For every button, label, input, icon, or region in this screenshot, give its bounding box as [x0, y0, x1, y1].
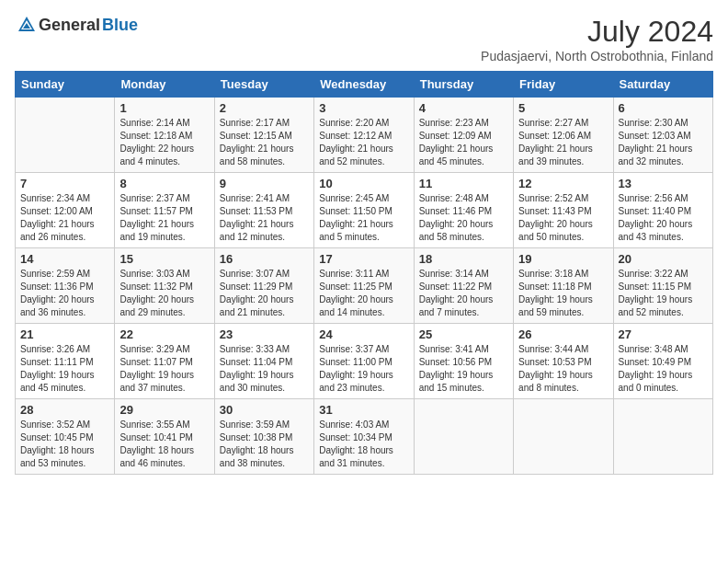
day-detail: Sunrise: 3:14 AM Sunset: 11:22 PM Daylig…	[419, 268, 508, 319]
day-detail: Sunrise: 4:03 AM Sunset: 10:34 PM Daylig…	[319, 419, 408, 470]
calendar-cell: 14Sunrise: 2:59 AM Sunset: 11:36 PM Dayl…	[16, 248, 115, 324]
calendar-cell: 13Sunrise: 2:56 AM Sunset: 11:40 PM Dayl…	[613, 173, 712, 248]
logo-text-general: General	[39, 16, 100, 35]
day-number: 9	[220, 177, 309, 190]
calendar-cell: 25Sunrise: 3:41 AM Sunset: 10:56 PM Dayl…	[414, 324, 513, 399]
day-number: 29	[119, 403, 209, 417]
header-saturday: Saturday	[613, 72, 712, 98]
day-number: 28	[20, 403, 109, 417]
calendar-cell: 9Sunrise: 2:41 AM Sunset: 11:53 PM Dayli…	[214, 173, 313, 248]
day-number: 23	[220, 327, 309, 341]
day-detail: Sunrise: 2:14 AM Sunset: 12:18 AM Daylig…	[119, 117, 209, 168]
calendar-cell: 11Sunrise: 2:48 AM Sunset: 11:46 PM Dayl…	[414, 173, 513, 248]
day-number: 22	[119, 327, 209, 341]
day-number: 17	[319, 252, 408, 266]
logo: General Blue	[15, 15, 138, 35]
calendar-table: SundayMondayTuesdayWednesdayThursdayFrid…	[15, 71, 713, 475]
day-detail: Sunrise: 3:11 AM Sunset: 11:25 PM Daylig…	[319, 268, 408, 319]
day-detail: Sunrise: 3:41 AM Sunset: 10:56 PM Daylig…	[419, 343, 508, 395]
header-monday: Monday	[115, 72, 214, 98]
day-detail: Sunrise: 3:07 AM Sunset: 11:29 PM Daylig…	[220, 268, 309, 319]
day-detail: Sunrise: 2:52 AM Sunset: 11:43 PM Daylig…	[518, 192, 608, 244]
day-detail: Sunrise: 3:03 AM Sunset: 11:32 PM Daylig…	[119, 268, 209, 319]
header-tuesday: Tuesday	[214, 72, 313, 98]
day-number: 8	[119, 177, 209, 190]
day-number: 26	[518, 327, 608, 341]
day-number: 19	[518, 252, 608, 266]
day-number: 3	[319, 101, 408, 115]
day-number: 20	[619, 252, 708, 266]
calendar-cell: 2Sunrise: 2:17 AM Sunset: 12:15 AM Dayli…	[214, 98, 313, 173]
day-detail: Sunrise: 2:23 AM Sunset: 12:09 AM Daylig…	[419, 117, 508, 168]
header-friday: Friday	[514, 72, 613, 98]
calendar-cell	[16, 98, 115, 173]
day-detail: Sunrise: 2:45 AM Sunset: 11:50 PM Daylig…	[319, 192, 408, 244]
calendar-cell: 20Sunrise: 3:22 AM Sunset: 11:15 PM Dayl…	[613, 248, 712, 324]
calendar-cell: 16Sunrise: 3:07 AM Sunset: 11:29 PM Dayl…	[214, 248, 313, 324]
day-detail: Sunrise: 2:48 AM Sunset: 11:46 PM Daylig…	[419, 192, 508, 244]
calendar-cell: 30Sunrise: 3:59 AM Sunset: 10:38 PM Dayl…	[214, 399, 313, 475]
location: Pudasjaervi, North Ostrobothnia, Finland	[481, 49, 713, 63]
calendar-cell: 4Sunrise: 2:23 AM Sunset: 12:09 AM Dayli…	[414, 98, 513, 173]
day-number: 1	[119, 101, 209, 115]
calendar-week-row: 28Sunrise: 3:52 AM Sunset: 10:45 PM Dayl…	[16, 399, 713, 475]
calendar-cell: 22Sunrise: 3:29 AM Sunset: 11:07 PM Dayl…	[115, 324, 214, 399]
calendar-cell: 28Sunrise: 3:52 AM Sunset: 10:45 PM Dayl…	[16, 399, 115, 475]
day-number: 11	[419, 177, 508, 190]
calendar-cell: 18Sunrise: 3:14 AM Sunset: 11:22 PM Dayl…	[414, 248, 513, 324]
day-detail: Sunrise: 3:52 AM Sunset: 10:45 PM Daylig…	[20, 419, 109, 470]
calendar-cell: 26Sunrise: 3:44 AM Sunset: 10:53 PM Dayl…	[514, 324, 613, 399]
day-detail: Sunrise: 3:18 AM Sunset: 11:18 PM Daylig…	[518, 268, 608, 319]
day-detail: Sunrise: 2:41 AM Sunset: 11:53 PM Daylig…	[220, 192, 309, 244]
day-number: 13	[619, 177, 708, 190]
calendar-cell: 17Sunrise: 3:11 AM Sunset: 11:25 PM Dayl…	[314, 248, 414, 324]
calendar-cell: 19Sunrise: 3:18 AM Sunset: 11:18 PM Dayl…	[514, 248, 613, 324]
calendar-week-row: 1Sunrise: 2:14 AM Sunset: 12:18 AM Dayli…	[16, 98, 713, 173]
calendar-cell	[613, 399, 712, 475]
day-number: 24	[319, 327, 408, 341]
day-number: 4	[419, 101, 508, 115]
day-number: 31	[319, 403, 408, 417]
calendar-cell: 12Sunrise: 2:52 AM Sunset: 11:43 PM Dayl…	[514, 173, 613, 248]
calendar-cell	[414, 399, 513, 475]
day-detail: Sunrise: 3:48 AM Sunset: 10:49 PM Daylig…	[619, 343, 708, 395]
day-number: 25	[419, 327, 508, 341]
calendar-cell: 5Sunrise: 2:27 AM Sunset: 12:06 AM Dayli…	[514, 98, 613, 173]
day-number: 16	[220, 252, 309, 266]
day-number: 5	[518, 101, 608, 115]
title-block: July 2024 Pudasjaervi, North Ostrobothni…	[481, 15, 713, 63]
day-number: 2	[220, 101, 309, 115]
calendar-week-row: 21Sunrise: 3:26 AM Sunset: 11:11 PM Dayl…	[16, 324, 713, 399]
calendar-cell: 24Sunrise: 3:37 AM Sunset: 11:00 PM Dayl…	[314, 324, 414, 399]
day-number: 15	[119, 252, 209, 266]
day-detail: Sunrise: 2:30 AM Sunset: 12:03 AM Daylig…	[619, 117, 708, 168]
day-number: 27	[619, 327, 708, 341]
calendar-cell: 23Sunrise: 3:33 AM Sunset: 11:04 PM Dayl…	[214, 324, 313, 399]
calendar-cell: 15Sunrise: 3:03 AM Sunset: 11:32 PM Dayl…	[115, 248, 214, 324]
calendar-cell: 10Sunrise: 2:45 AM Sunset: 11:50 PM Dayl…	[314, 173, 414, 248]
day-detail: Sunrise: 2:56 AM Sunset: 11:40 PM Daylig…	[619, 192, 708, 244]
calendar-cell	[514, 399, 613, 475]
day-detail: Sunrise: 2:59 AM Sunset: 11:36 PM Daylig…	[20, 268, 109, 319]
calendar-cell: 29Sunrise: 3:55 AM Sunset: 10:41 PM Dayl…	[115, 399, 214, 475]
day-number: 7	[20, 177, 109, 190]
day-number: 10	[319, 177, 408, 190]
header-wednesday: Wednesday	[314, 72, 414, 98]
day-detail: Sunrise: 3:55 AM Sunset: 10:41 PM Daylig…	[119, 419, 209, 470]
calendar-week-row: 14Sunrise: 2:59 AM Sunset: 11:36 PM Dayl…	[16, 248, 713, 324]
day-detail: Sunrise: 2:34 AM Sunset: 12:00 AM Daylig…	[20, 192, 109, 244]
day-detail: Sunrise: 2:37 AM Sunset: 11:57 PM Daylig…	[119, 192, 209, 244]
header: General Blue July 2024 Pudasjaervi, Nort…	[15, 15, 713, 63]
calendar-cell: 27Sunrise: 3:48 AM Sunset: 10:49 PM Dayl…	[613, 324, 712, 399]
calendar-cell: 31Sunrise: 4:03 AM Sunset: 10:34 PM Dayl…	[314, 399, 414, 475]
day-detail: Sunrise: 3:26 AM Sunset: 11:11 PM Daylig…	[20, 343, 109, 395]
day-number: 18	[419, 252, 508, 266]
header-sunday: Sunday	[16, 72, 115, 98]
calendar-cell: 8Sunrise: 2:37 AM Sunset: 11:57 PM Dayli…	[115, 173, 214, 248]
day-detail: Sunrise: 2:27 AM Sunset: 12:06 AM Daylig…	[518, 117, 608, 168]
day-detail: Sunrise: 3:33 AM Sunset: 11:04 PM Daylig…	[220, 343, 309, 395]
day-number: 12	[518, 177, 608, 190]
logo-icon	[17, 15, 37, 35]
calendar-cell: 6Sunrise: 2:30 AM Sunset: 12:03 AM Dayli…	[613, 98, 712, 173]
calendar-cell: 3Sunrise: 2:20 AM Sunset: 12:12 AM Dayli…	[314, 98, 414, 173]
